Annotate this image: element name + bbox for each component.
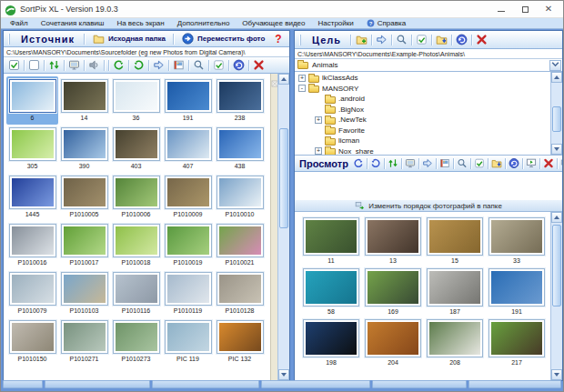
tree-item[interactable]: licman (295, 136, 550, 146)
thumbnail-item[interactable]: 238 (214, 76, 266, 125)
scroll-thumb[interactable] (552, 106, 561, 132)
thumbnail-item[interactable]: 198 (300, 317, 362, 367)
thumbnail-item[interactable]: 1445 (6, 173, 58, 221)
rotate-left-blue-icon[interactable] (352, 157, 365, 170)
folder-target-icon[interactable] (490, 157, 503, 170)
scroll-thumb[interactable] (552, 225, 561, 307)
undo-icon[interactable] (455, 33, 468, 46)
thumbnail-item[interactable]: 217 (486, 317, 548, 367)
target-folder-dropdown[interactable]: Animals (295, 59, 562, 72)
thumbnail-item[interactable]: P1010017 (58, 221, 110, 269)
thumbnail-item[interactable]: P1010116 (110, 269, 162, 317)
menu-item[interactable]: На весь экран (111, 19, 169, 27)
target-path-bar[interactable]: C:\Users\MANSORY\Documents\Example-Photo… (295, 49, 562, 59)
checkbox-empty-icon[interactable] (27, 58, 41, 72)
thumbnail-item[interactable]: P1010016 (6, 221, 58, 269)
rotate-left-icon[interactable] (112, 58, 126, 72)
thumbnail-item[interactable]: P1010271 (58, 317, 110, 366)
minimize-button[interactable] (496, 4, 507, 15)
thumbnail-item[interactable]: P1010009 (162, 173, 214, 221)
thumbnail-item[interactable]: 407 (162, 125, 214, 173)
thumbnail-item[interactable]: P1010273 (110, 317, 162, 366)
rotate-right-icon[interactable] (132, 58, 146, 72)
thumbnail-item[interactable]: 13 (362, 215, 424, 266)
thumbnail-item[interactable]: P1010018 (110, 221, 162, 269)
sort-icon[interactable] (47, 58, 61, 72)
thumbnail-item[interactable]: 11 (300, 215, 362, 266)
help-question-button[interactable]: ? (272, 33, 284, 45)
menu-item[interactable]: Сочетания клавиш (35, 19, 110, 27)
thumbnail-item[interactable]: 191 (162, 76, 214, 125)
move-icon[interactable] (421, 157, 434, 170)
source-folder-button[interactable]: Исходная папка (88, 31, 169, 46)
search-icon[interactable] (456, 157, 468, 170)
thumbnail-item[interactable]: P1010010 (214, 173, 266, 221)
tree-item[interactable]: + lkClassAds (295, 73, 550, 84)
tree-expander[interactable]: + (315, 116, 322, 124)
tree-item[interactable]: .android (295, 94, 550, 105)
thumbnail-item[interactable]: PIC 132 (214, 317, 266, 366)
menu-item[interactable]: Обучающее видео (237, 19, 310, 27)
thumbnail-item[interactable]: P1010128 (214, 269, 266, 317)
menu-item[interactable]: Дополнительно (172, 19, 236, 27)
tree-item[interactable]: - MANSORY (295, 84, 550, 95)
scroll-down-icon[interactable] (551, 144, 562, 155)
thumbnail-item[interactable]: 169 (362, 266, 424, 317)
thumbnail-item[interactable]: 208 (424, 317, 486, 367)
tree-item[interactable]: + .NewTek (295, 115, 550, 126)
scroll-up-icon[interactable] (551, 72, 562, 83)
image-icon[interactable] (438, 157, 451, 170)
tree-expander[interactable]: - (298, 85, 306, 92)
menu-item[interactable]: Файл (5, 19, 34, 27)
thumbnail-item[interactable]: 403 (110, 125, 162, 173)
folder-ok-icon[interactable] (473, 157, 486, 170)
menu-item[interactable]: Настройки (312, 19, 358, 27)
thumbnail-item[interactable]: 438 (214, 125, 266, 173)
thumbnail-item[interactable]: PIC 119 (162, 317, 214, 366)
thumbnail-item[interactable]: P1010019 (162, 221, 214, 269)
thumbnail-item[interactable]: 191 (486, 266, 548, 317)
slideshow-icon[interactable] (67, 58, 81, 72)
thumbnail-item[interactable]: P1010005 (58, 173, 110, 221)
thumbnail-item[interactable]: 36 (110, 76, 162, 125)
search-icon[interactable] (192, 58, 206, 72)
reorder-icon[interactable] (559, 157, 562, 170)
thumbnail-item[interactable]: 390 (58, 125, 110, 173)
thumbnail-item[interactable]: 15 (424, 215, 486, 266)
thumbnail-item[interactable]: 14 (58, 76, 110, 125)
reorder-button[interactable]: Изменить порядок фотографий в папке (295, 200, 562, 212)
source-scrollbar[interactable] (277, 74, 289, 380)
undo-icon[interactable] (508, 157, 520, 170)
thumbnail-item[interactable]: 6 (6, 76, 58, 125)
presentation-icon[interactable] (525, 157, 538, 170)
folder-plus-icon[interactable] (355, 33, 368, 46)
scroll-thumb[interactable] (279, 128, 288, 228)
thumbnail-item[interactable]: P1010150 (6, 317, 58, 366)
move-icon[interactable] (375, 33, 388, 46)
tree-item[interactable]: .BigNox (295, 105, 550, 116)
maximize-button[interactable] (519, 4, 530, 15)
scroll-up-icon[interactable] (278, 74, 289, 85)
thumbnail-item[interactable]: 187 (424, 266, 486, 317)
move-photo-button[interactable]: Переместить фото (177, 31, 268, 46)
checkbox-checked-icon[interactable] (7, 58, 21, 72)
thumbnail-item[interactable]: P1010021 (214, 221, 266, 269)
thumbnail-item[interactable]: P1010079 (6, 269, 58, 317)
close-button[interactable]: ✕ (543, 4, 554, 15)
preview-scrollbar[interactable] (550, 212, 562, 380)
thumbnail-item[interactable]: 58 (300, 266, 362, 317)
undo-icon[interactable] (232, 58, 246, 72)
menu-item[interactable]: ? Справка (361, 19, 411, 27)
thumbnail-item[interactable]: 204 (362, 317, 424, 367)
tree-item[interactable]: Favorite (295, 126, 550, 136)
collapsed-strip[interactable] (270, 74, 277, 380)
folder-target-icon[interactable] (435, 33, 448, 46)
tree-item[interactable]: + Nox_share (295, 146, 550, 156)
tree-scrollbar[interactable] (550, 72, 562, 155)
move-icon[interactable] (152, 58, 166, 72)
tree-expander[interactable]: + (298, 75, 306, 82)
thumbnail-item[interactable]: P1010006 (110, 173, 162, 221)
scroll-down-icon[interactable] (551, 369, 562, 380)
thumbnail-item[interactable]: 305 (6, 125, 58, 173)
rotate-right-blue-icon[interactable] (369, 157, 382, 170)
